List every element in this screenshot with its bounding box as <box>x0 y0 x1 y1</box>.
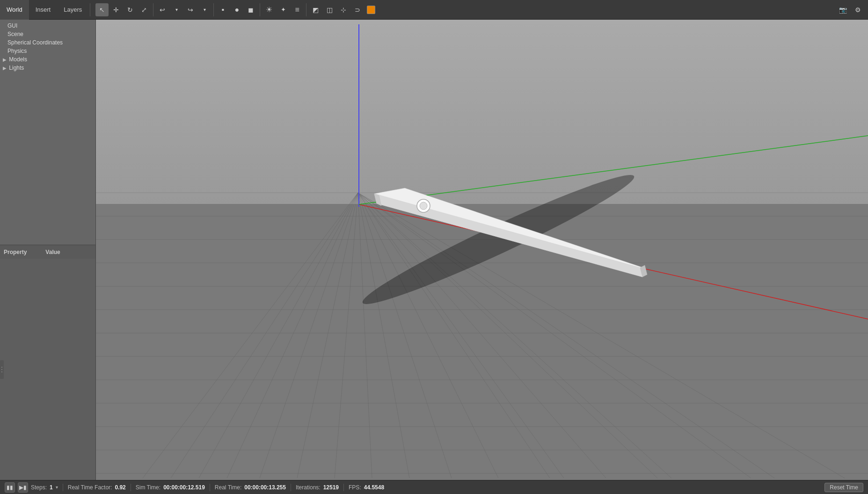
axis-btn[interactable]: ⊹ <box>337 3 350 16</box>
grid-btn[interactable]: ≡ <box>291 3 304 16</box>
sidebar-item-scene[interactable]: Scene <box>0 30 95 38</box>
sidebar-item-spherical-coords-label: Spherical Coordinates <box>7 39 63 46</box>
svg-line-25 <box>358 193 845 478</box>
svg-line-16 <box>335 193 358 478</box>
undo-btn[interactable]: ↩ <box>156 3 169 16</box>
sidebar-item-physics[interactable]: Physics <box>0 47 95 55</box>
toolbar-divider-2 <box>153 3 153 16</box>
sidebar-item-models[interactable]: ▶ Models <box>0 55 95 64</box>
toolbar-divider-1 <box>90 3 90 16</box>
status-sep-1 <box>63 484 63 491</box>
svg-line-27 <box>143 193 358 478</box>
sphere-geometry-btn[interactable]: ● <box>230 3 243 16</box>
main-layout: GUI Scene Spherical Coordinates Physics … <box>0 20 868 480</box>
svg-line-13 <box>227 193 358 478</box>
status-sep-3 <box>210 484 210 491</box>
scale-tool-btn[interactable]: ⤢ <box>138 3 151 16</box>
sim-time-label: Sim Time: <box>136 484 160 491</box>
resize-dot-2 <box>1 369 2 370</box>
box-geometry-btn[interactable]: ▪ <box>216 3 229 16</box>
real-time-value: 00:00:00:13.255 <box>244 484 286 491</box>
point-light-btn[interactable]: ✦ <box>277 3 290 16</box>
statusbar: ▮▮ ▶▮ Steps: 1 ▾ Real Time Factor: 0.92 … <box>0 480 868 494</box>
svg-line-30 <box>358 193 774 478</box>
redo-btn[interactable]: ↪ <box>184 3 197 16</box>
color-swatch[interactable] <box>367 6 375 14</box>
sim-time-value: 00:00:00:12.519 <box>163 484 205 491</box>
joint-sphere-inner <box>420 202 427 210</box>
iterations-label: Iterations: <box>296 484 321 491</box>
select-tool-btn[interactable]: ↖ <box>95 3 109 16</box>
resize-handle[interactable] <box>0 360 4 379</box>
bar-front-face <box>374 194 642 277</box>
steps-dropdown-btn[interactable]: ▾ <box>56 485 58 490</box>
toolbar: ↖ ✛ ↻ ⤢ ↩ ▾ ↪ ▾ ▪ ● ◼ ☀ ✦ ≡ ◩ ◫ ⊹ ⊃ <box>92 3 379 16</box>
translate-tool-btn[interactable]: ✛ <box>109 3 123 16</box>
svg-line-14 <box>260 193 358 478</box>
step-forward-btn[interactable]: ▶▮ <box>18 482 28 493</box>
property-column-header: Property <box>4 249 27 255</box>
sidebar-item-lights[interactable]: ▶ Lights <box>0 64 95 72</box>
viewport[interactable] <box>96 20 868 480</box>
resize-dot-1 <box>1 367 2 368</box>
sidebar-properties-header: Property Value <box>0 245 95 259</box>
status-sep-4 <box>291 484 291 491</box>
sidebar-item-spherical-coords[interactable]: Spherical Coordinates <box>0 38 95 47</box>
svg-line-15 <box>297 193 358 478</box>
svg-line-18 <box>358 193 409 478</box>
settings-btn[interactable]: ⚙ <box>851 3 864 16</box>
svg-line-17 <box>358 193 372 478</box>
sidebar-item-physics-label: Physics <box>7 48 27 54</box>
scene-btn[interactable]: ◫ <box>323 3 336 16</box>
sidebar-item-scene-label: Scene <box>7 31 23 37</box>
sidebar-properties-content <box>0 259 95 480</box>
steps-label: Steps: <box>31 484 47 491</box>
real-time-label: Real Time: <box>215 484 241 491</box>
camera-btn[interactable]: ◩ <box>309 3 322 16</box>
fps-label: FPS: <box>349 484 361 491</box>
toolbar-divider-5 <box>306 3 306 16</box>
svg-line-26 <box>171 193 358 478</box>
redo-dropdown-btn[interactable]: ▾ <box>198 3 211 16</box>
realtime-factor-label: Real Time Factor: <box>68 484 112 491</box>
status-sep-5 <box>343 484 344 491</box>
menubar: World Insert Layers ↖ ✛ ↻ ⤢ ↩ ▾ ↪ ▾ ▪ ● … <box>0 0 868 20</box>
svg-line-12 <box>199 193 358 478</box>
fps-value: 44.5548 <box>364 484 384 491</box>
resize-dot-3 <box>1 371 2 372</box>
undo-dropdown-btn[interactable]: ▾ <box>170 3 183 16</box>
directional-light-btn[interactable]: ☀ <box>263 3 276 16</box>
scene-svg <box>96 20 868 480</box>
sidebar-tree: GUI Scene Spherical Coordinates Physics … <box>0 20 95 245</box>
sidebar-item-gui-label: GUI <box>7 22 17 29</box>
models-arrow-icon: ▶ <box>3 57 7 62</box>
iterations-value: 12519 <box>323 484 339 491</box>
menu-tab-world[interactable]: World <box>0 0 29 20</box>
value-column-header: Value <box>45 249 60 255</box>
svg-line-24 <box>358 193 751 478</box>
lights-arrow-icon: ▶ <box>3 65 7 71</box>
sidebar-item-lights-label: Lights <box>9 65 24 71</box>
toolbar-divider-3 <box>213 3 214 16</box>
status-sep-2 <box>131 484 131 491</box>
screenshot-btn[interactable]: 📷 <box>836 3 849 16</box>
steps-value: 1 <box>50 484 53 491</box>
rotate-tool-btn[interactable]: ↻ <box>124 3 137 16</box>
cylinder-geometry-btn[interactable]: ◼ <box>244 3 257 16</box>
reset-time-btn[interactable]: Reset Time <box>824 483 863 492</box>
toolbar-divider-4 <box>260 3 260 16</box>
pause-btn[interactable]: ▮▮ <box>5 482 15 493</box>
realtime-factor-value: 0.92 <box>115 484 125 491</box>
joint-btn[interactable]: ⊃ <box>351 3 364 16</box>
menu-tab-insert[interactable]: Insert <box>29 0 58 20</box>
menu-tab-layers[interactable]: Layers <box>57 0 88 20</box>
sidebar-item-models-label: Models <box>9 56 27 63</box>
sidebar: GUI Scene Spherical Coordinates Physics … <box>0 20 96 480</box>
sidebar-item-gui[interactable]: GUI <box>0 22 95 30</box>
